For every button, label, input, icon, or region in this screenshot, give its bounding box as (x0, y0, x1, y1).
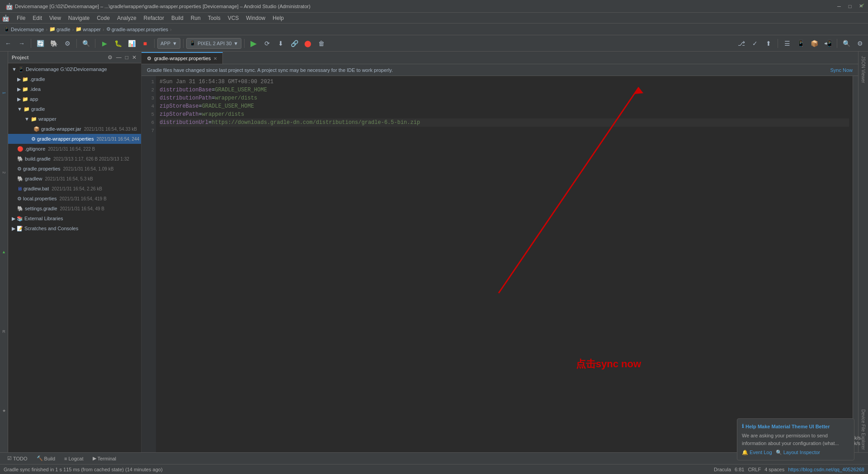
device-dropdown[interactable]: 📱 PIXEL 2 API 30 ▼ (186, 38, 241, 49)
toolbar-search2[interactable]: 🔍 (840, 37, 853, 50)
tree-build-gradle[interactable]: 🐘 build.gradle 2021/3/13 1:17, 626 B 202… (8, 154, 141, 164)
toolbar-forward[interactable]: → (15, 37, 28, 50)
toolbar: ← → 🔄 🐘 ⚙ 🔍 ▶ 🐛 📊 ■ APP ▼ 📱 PIXEL 2 API … (0, 35, 868, 52)
toolbar-separator-5 (183, 39, 184, 48)
toolbar-sync[interactable]: 🔄 (34, 37, 47, 50)
status-message: Gradle sync finished in 1 s 115 ms (from… (4, 467, 163, 472)
tree-gitignore[interactable]: 🔴 .gitignore 2021/1/31 16:54, 222 B (8, 144, 141, 154)
project-panel: Project ⚙ — □ ✕ ▼ 📱 Devicemanage G:\02\D… (8, 52, 142, 452)
toolbar-profile[interactable]: 📊 (125, 37, 138, 50)
menu-refactor[interactable]: Refactor (140, 14, 168, 22)
breadcrumb-wrapper[interactable]: 📁 wrapper (75, 26, 101, 32)
resource-icon[interactable]: R (0, 322, 8, 341)
toolbar-git[interactable]: ⎇ (735, 37, 748, 50)
tree-root[interactable]: ▼ 📱 Devicemanage G:\02\Devicemanage (8, 64, 141, 74)
tree-settings-gradle[interactable]: 🐘 settings.gradle 2021/1/31 16:54, 49 B (8, 204, 141, 213)
menu-code[interactable]: Code (93, 14, 113, 22)
event-log-link[interactable]: 🔔 Event Log (742, 450, 772, 455)
build-tab[interactable]: 🔨 Build (33, 455, 59, 462)
logcat-tab[interactable]: ≡ Logcat (61, 455, 87, 462)
app-dropdown[interactable]: APP ▼ (157, 38, 180, 49)
toolbar-layout[interactable]: ☰ (781, 37, 793, 50)
tree-scratches[interactable]: ▶ 📝 Scratches and Consoles (8, 223, 141, 233)
menu-window[interactable]: Window (242, 14, 269, 22)
menu-analyze[interactable]: Analyze (113, 14, 140, 22)
toolbar-stop[interactable]: ■ (139, 37, 151, 50)
toolbar-sdk[interactable]: 📦 (808, 37, 821, 50)
toolbar-avd[interactable]: 📲 (821, 37, 834, 50)
status-crlf: CRLF (748, 467, 761, 472)
menu-run[interactable]: Run (187, 14, 204, 22)
layout-inspector-link[interactable]: 🔍 Layout Inspector (776, 450, 820, 455)
breadcrumb-gradle[interactable]: 📁 gradle (49, 26, 71, 32)
toolbar-settings2[interactable]: ⚙ (854, 37, 866, 50)
structure-icon[interactable]: 2 (0, 163, 8, 181)
project-maximize-icon[interactable]: □ (124, 53, 129, 62)
todo-tab[interactable]: ☑ TODO (4, 455, 31, 462)
breadcrumb-devicemanage[interactable]: 📱 Devicemanage (4, 26, 44, 32)
toolbar-elephant[interactable]: 🐘 (47, 37, 60, 50)
code-content[interactable]: #Sun Jan 31 16:54:38 GMT+08:00 2021 dist… (156, 76, 853, 452)
android-icon[interactable]: ▲ (0, 243, 8, 261)
toolbar-step-into[interactable]: ⬇ (274, 37, 287, 50)
breadcrumb-file[interactable]: ⚙ gradle-wrapper.properties (106, 26, 168, 32)
toolbar-search[interactable]: 🔍 (80, 37, 92, 50)
toolbar-settings[interactable]: ⚙ (61, 37, 74, 50)
editor-area: ⚙ gradle-wrapper.properties ✕ Gradle fil… (142, 52, 858, 452)
right-scrollbar[interactable] (853, 76, 858, 452)
toolbar-back[interactable]: ← (2, 37, 14, 50)
toolbar-run[interactable]: ▶ (98, 37, 111, 50)
toolbar-commit[interactable]: ✓ (749, 37, 761, 50)
editor-content[interactable]: 1 2 3 4 5 6 7 #Sun Jan 31 16:54:38 GMT+0… (142, 76, 858, 452)
toolbar-push[interactable]: ⬆ (762, 37, 775, 50)
sync-checkmark: ✓ (860, 2, 865, 9)
tree-gradlew-bat[interactable]: 🖥 gradlew.bat 2021/1/31 16:54, 2.26 kB (8, 184, 141, 194)
terminal-tab[interactable]: ▶ Terminal (89, 455, 120, 462)
menu-view[interactable]: View (46, 14, 65, 22)
minimize-button[interactable]: ─ (835, 3, 843, 10)
favorites-icon[interactable]: ★ (0, 402, 8, 420)
tree-wrapper[interactable]: ▼ 📁 wrapper (8, 114, 141, 124)
menu-file[interactable]: File (13, 14, 29, 22)
menu-tools[interactable]: Tools (204, 14, 224, 22)
menu-vcs[interactable]: VCS (224, 14, 243, 22)
tree-gradlew[interactable]: 🐘 gradlew 2021/1/31 16:54, 5.3 kB (8, 174, 141, 184)
toolbar-coverage[interactable]: ⬤ (302, 37, 314, 50)
toolbar-run2[interactable]: ▶ (247, 37, 260, 50)
tab-close-button[interactable]: ✕ (213, 56, 217, 61)
tree-gradle-hidden[interactable]: ▶ 📁 .gradle (8, 74, 141, 84)
tree-external-libs[interactable]: ▶ 📚 External Libraries (8, 213, 141, 223)
tree-wrapper-props[interactable]: ⚙ gradle-wrapper.properties 2021/1/31 16… (8, 134, 141, 144)
json-viewer-tab[interactable]: JSON Viewer (860, 53, 867, 86)
tree-wrapper-jar[interactable]: 📦 gradle-wrapper.jar 2021/1/31 16:54, 54… (8, 124, 141, 134)
status-link[interactable]: https://blog.csdn.net/qq_40526268 (788, 467, 864, 472)
tree-idea[interactable]: ▶ 📁 .idea (8, 84, 141, 94)
toolbar-debug[interactable]: 🐛 (112, 37, 124, 50)
status-spaces: 4 spaces (764, 467, 784, 472)
menu-help[interactable]: Help (269, 14, 288, 22)
project-settings-icon[interactable]: ⚙ (107, 53, 113, 62)
toolbar-step-over[interactable]: ⟳ (261, 37, 274, 50)
menu-edit[interactable]: Edit (29, 14, 46, 22)
status-theme: Dracula (714, 467, 731, 472)
project-gear-icon[interactable]: ✕ (131, 53, 137, 62)
tree-gradle-props[interactable]: ⚙ gradle.properties 2021/1/31 16:54, 1.0… (8, 164, 141, 174)
toolbar-attach[interactable]: 🔗 (288, 37, 301, 50)
project-title: Project (12, 55, 105, 60)
device-file-explorer-tab[interactable]: Device File Explorer (860, 407, 867, 452)
project-close-icon[interactable]: — (115, 53, 123, 62)
sync-now-button[interactable]: Sync Now (830, 67, 853, 73)
toolbar-separator-6 (244, 39, 245, 48)
tree-gradle[interactable]: ▼ 📁 gradle (8, 104, 141, 114)
tree-local-props[interactable]: ⚙ local.properties 2021/1/31 16:54, 419 … (8, 194, 141, 204)
menu-build[interactable]: Build (168, 14, 187, 22)
status-position: 6:81 (735, 467, 744, 472)
tree-app[interactable]: ▶ 📁 app (8, 94, 141, 104)
editor-tab-active[interactable]: ⚙ gradle-wrapper.properties ✕ (142, 52, 223, 64)
editor-tabs: ⚙ gradle-wrapper.properties ✕ (142, 52, 858, 64)
menu-navigate[interactable]: Navigate (65, 14, 93, 22)
project-icon[interactable]: 1 (0, 84, 8, 102)
maximize-button[interactable]: □ (846, 3, 854, 10)
toolbar-device-manager[interactable]: 📱 (794, 37, 807, 50)
toolbar-wipe[interactable]: 🗑 (315, 37, 328, 50)
